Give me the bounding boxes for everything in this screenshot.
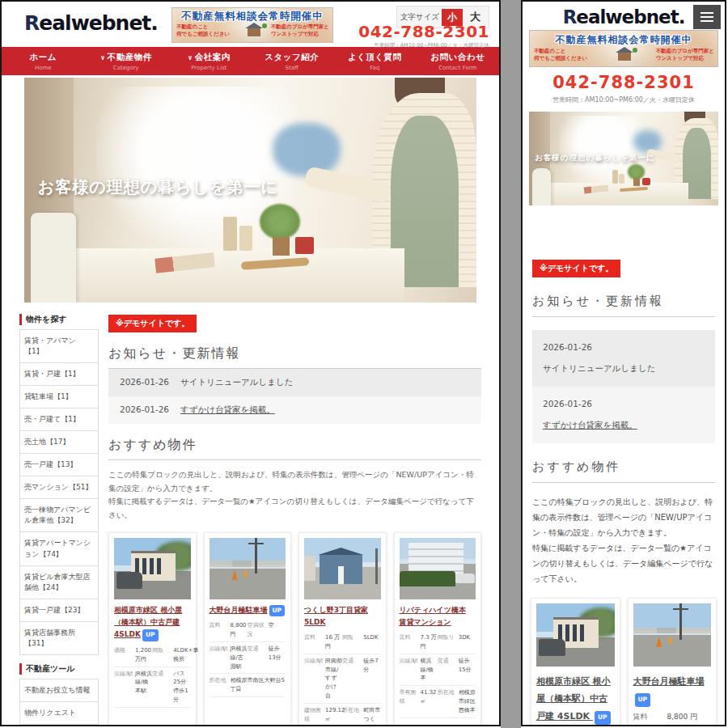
hero-image: お客様の理想の暮らしを第一に (529, 112, 718, 205)
main-nav: ホームHome ∨不動産物件 Category ∨会社案内 Property L… (2, 47, 499, 75)
sidebar-search-header: 物件を探す (19, 314, 99, 325)
sidebar-category[interactable]: 売土地【17】 (19, 430, 99, 454)
font-size-label: 文字サイズ (400, 12, 439, 23)
house-icon (248, 28, 260, 36)
banner-right-text: 不動産のプロが専門家とワンストップで対応 (271, 23, 329, 40)
news-item: 2026-01-26 サイトリニューアルしました (108, 369, 481, 396)
sidebar-category[interactable]: 売マンション【51】 (19, 476, 99, 499)
sidebar-category[interactable]: 賃貸店舗事務所【31】 (19, 621, 99, 655)
hero-image: お客様の理想の暮らしを第一に (24, 78, 476, 303)
nav-item-contact[interactable]: お問い合わせContact Form (417, 47, 500, 75)
sidebar-category[interactable]: 売一棟物アパマンビル倉庫他【32】 (19, 498, 99, 532)
news-link[interactable]: すずかけ台貸家を掲載。 (543, 420, 705, 431)
property-card: 相模原市緑区 根小屋（橋本駅）中古戸建 4SLDK UP 価格1,200 万円 … (531, 598, 620, 726)
nav-item-faq[interactable]: よく頂く質問Faq (333, 47, 417, 75)
recommend-heading: おすすめ物件 (532, 459, 715, 483)
property-photo[interactable] (304, 538, 381, 599)
up-badge: UP (269, 605, 286, 617)
recommend-description: ここの特集ブロックの見出しと、説明および、特集の表示件数は、管理ページの「NEW… (108, 468, 481, 523)
news-item: 2026-01-26 サイトリニューアルしました (532, 330, 715, 387)
news-text: サイトリニューアルしました (543, 363, 705, 375)
business-hours: 営業時間：AM10:00~PM6:00／火・水曜日定休 (358, 42, 489, 49)
desktop-view: Realwebnet. 不動産無料相談会常時開催中 不動産のこと何でもご相談くだ… (0, 0, 501, 726)
news-date: 2026-01-26 (543, 342, 592, 352)
property-title-link[interactable]: 大野台月極駐車場 UP (633, 673, 712, 708)
recommend-heading: おすすめ物件 (108, 437, 481, 460)
property-title-link[interactable]: リバティハイツ橋本 賃貸マンション (400, 604, 476, 629)
property-card: 大野台月極駐車場 UP 賃料8,800 円 空満状況空 沿線/駅JR横浜線/古淵… (628, 598, 717, 726)
nav-item-category[interactable]: ∨不動産物件 Category (85, 47, 168, 75)
property-title-link[interactable]: 相模原市緑区 根小屋（橋本駅）中古戸建 4SLDK UP (536, 673, 615, 725)
banner-right-text: 不動産のプロが専門家とワンストップで対応 (656, 48, 714, 64)
contact-block: 042-788-2301 営業時間：AM10:00~PM6:00／火・水曜日定休 (358, 23, 489, 49)
business-hours: 営業時間：AM10:00~PM6:00／火・水曜日定休 (523, 95, 725, 104)
news-date: 2026-01-26 (120, 404, 169, 414)
sidebar-category[interactable]: 売一戸建【13】 (19, 453, 99, 476)
sidebar-category[interactable]: 賃貸・戸建【1】 (19, 362, 99, 386)
sidebar-tool-link[interactable]: 物件リクエスト (19, 701, 99, 725)
sidebar-category[interactable]: 賃貸一戸建【23】 (19, 599, 99, 622)
property-photo[interactable] (114, 538, 191, 599)
demo-site-badge: ※デモサイトです。 (532, 260, 620, 277)
menu-icon[interactable] (693, 5, 721, 29)
mobile-view: Realwebnet. 不動産無料相談会常時開催中 不動産のこと何でもご相談くだ… (521, 0, 726, 726)
panel-divider (501, 0, 521, 728)
main-content: ※デモサイトです。 お知らせ・更新情報 2026-01-26 サイトリニューアル… (108, 314, 481, 726)
banner-title: 不動産無料相談会常時開催中 (172, 10, 332, 23)
news-item: 2026-01-26 すずかけ台貸家を掲載。 (108, 396, 481, 424)
news-date: 2026-01-26 (543, 399, 592, 408)
screenshot-stage: Realwebnet. 不動産無料相談会常時開催中 不動産のこと何でもご相談くだ… (0, 0, 728, 728)
banner-left-text: 不動産のこと何でもご相談ください (176, 23, 230, 40)
property-photo[interactable] (210, 538, 286, 599)
property-cards: 相模原市緑区 根小屋（橋本駅）中古戸建 4SLDK UP 価格1,200 万円 … (531, 598, 717, 726)
sidebar-tool-link[interactable]: 不動産お役立ち情報 (19, 679, 99, 702)
demo-site-badge: ※デモサイトです。 (108, 315, 197, 332)
up-badge: UP (595, 711, 611, 725)
sidebar: 物件を探す 賃貸・アパマン【1】 賃貸・戸建【1】 貸駐車場【1】 売・戸建て【… (19, 314, 99, 726)
property-photo[interactable] (536, 603, 615, 667)
property-title-link[interactable]: 相模原市緑区 根小屋（橋本駅）中古戸建 4SLDKUP (114, 604, 191, 641)
nav-item-company[interactable]: ∨会社案内 Property List (167, 47, 251, 75)
news-heading: お知らせ・更新情報 (532, 294, 715, 317)
hero-catchphrase: お客様の理想の暮らしを第一に (38, 176, 278, 198)
mobile-header: Realwebnet. (523, 2, 725, 28)
chevron-down-icon: ∨ (100, 54, 106, 61)
news-heading: お知らせ・更新情報 (108, 345, 481, 369)
property-card: 大野台月極駐車場UP 賃料8,800 円空満状況空 沿線/駅JR横浜線/古淵駅交… (204, 532, 292, 727)
promo-banner[interactable]: 不動産無料相談会常時開催中 不動産のこと何でもご相談ください 不動産のプロが専門… (529, 30, 718, 67)
sidebar-category[interactable]: 賃貸アパートマンション【74】 (19, 531, 99, 565)
news-text: サイトリニューアルしました (180, 377, 293, 388)
property-title-link[interactable]: 大野台月極駐車場UP (210, 604, 286, 617)
sidebar-tool-link[interactable]: 無料売却額査定 (19, 724, 99, 726)
news-link[interactable]: すずかけ台貸家を掲載。 (180, 404, 275, 416)
sidebar-category[interactable]: 貸駐車場【1】 (19, 385, 99, 408)
property-photo[interactable] (633, 603, 712, 667)
sidebar-category[interactable]: 賃貸ビル倉庫大型店舗他【24】 (19, 565, 99, 599)
house-icon (618, 53, 631, 61)
news-item: 2026-01-26 すずかけ台貸家を掲載。 (532, 387, 715, 443)
recommend-description: ここの特集ブロックの見出しと、説明および、特集の表示件数は、管理ページの「NEW… (532, 494, 715, 586)
property-photo[interactable] (400, 538, 476, 599)
property-card: 相模原市緑区 根小屋（橋本駅）中古戸建 4SLDKUP 価格1,200 万円間取… (108, 532, 197, 727)
phone-number[interactable]: 042-788-2301 (523, 73, 725, 92)
phone-number: 042-788-2301 (358, 23, 489, 40)
up-badge: UP (635, 693, 651, 707)
chevron-down-icon: ∨ (188, 54, 193, 61)
banner-title: 不動産無料相談会常時開催中 (530, 33, 717, 47)
sidebar-tools-header: 不動産ツール (19, 663, 99, 675)
up-badge: UP (142, 629, 159, 641)
property-card: つくし野3丁目貸家 5LDK 賃料16 万円間取5LDK 沿線/駅田園都市線/す… (298, 532, 387, 727)
news-list: 2026-01-26 サイトリニューアルしました 2026-01-26 すずかけ… (532, 330, 715, 443)
sidebar-category[interactable]: 賃貸・アパマン【1】 (19, 329, 99, 363)
nav-item-home[interactable]: ホームHome (2, 47, 85, 75)
property-cards: 相模原市緑区 根小屋（橋本駅）中古戸建 4SLDKUP 価格1,200 万円間取… (108, 532, 481, 727)
news-date: 2026-01-26 (120, 377, 169, 387)
banner-left-text: 不動産のこと何でもご相談ください (534, 48, 587, 64)
property-card: リバティハイツ橋本 賃貸マンション 賃料7.3 万円間取り3DK 沿線/駅横浜線… (394, 532, 482, 727)
promo-banner[interactable]: 不動産無料相談会常時開催中 不動産のこと何でもご相談ください 不動産のプロが専門… (171, 7, 333, 43)
nav-item-staff[interactable]: スタッフ紹介Staff (251, 47, 334, 75)
property-title-link[interactable]: つくし野3丁目貸家 5LDK (304, 604, 381, 629)
desktop-header: Realwebnet. 不動産無料相談会常時開催中 不動産のこと何でもご相談くだ… (2, 2, 499, 47)
hero-catchphrase: お客様の理想の暮らしを第一に (535, 153, 655, 163)
sidebar-category[interactable]: 売・戸建て【1】 (19, 408, 99, 431)
